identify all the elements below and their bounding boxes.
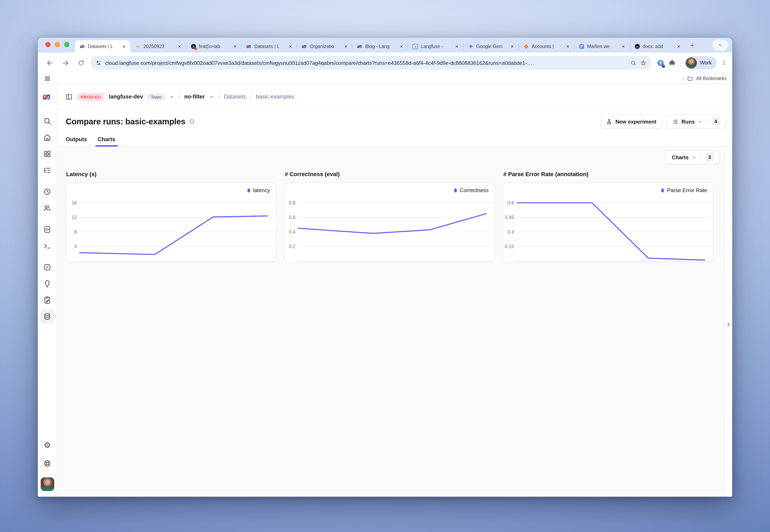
- tab-close-icon[interactable]: ✕: [676, 44, 682, 49]
- y-axis-tick-label: 4: [74, 244, 77, 249]
- reload-button[interactable]: [75, 57, 87, 69]
- page-title: Compare runs: basic-examples: [66, 117, 185, 126]
- sidebar-item-dashboard[interactable]: [40, 147, 54, 161]
- chart-block: # Correctness (eval)0.80.60.40.2Correctn…: [284, 171, 495, 262]
- app-sidebar-rail: ⚙: [38, 84, 57, 497]
- new-tab-button[interactable]: [687, 40, 697, 50]
- charts-selector-button[interactable]: Charts 3: [666, 150, 720, 164]
- sidebar-item-evaluation[interactable]: [40, 260, 54, 274]
- sidebar-bottom: ⚙: [40, 438, 54, 491]
- info-icon[interactable]: [189, 119, 195, 124]
- breadcrumb-datasets-link[interactable]: Datasets: [224, 94, 246, 100]
- environment-badge[interactable]: PROD-EU: [77, 93, 105, 101]
- password-manager-extension-icon[interactable]: [657, 59, 664, 67]
- back-button[interactable]: [44, 57, 56, 69]
- tab-search-button[interactable]: [713, 39, 728, 51]
- tab-close-icon[interactable]: ✕: [398, 44, 404, 49]
- collapse-rail[interactable]: [725, 147, 732, 497]
- tab-title: Datasets | L: [88, 44, 118, 49]
- bookmarks-divider: [683, 75, 684, 82]
- chart-card: 0.80.60.40.2Correctness: [284, 183, 495, 262]
- breadcrumb-org[interactable]: langfuse-dev: [109, 94, 143, 100]
- all-bookmarks-button[interactable]: All Bookmarks: [683, 75, 726, 82]
- sidebar-item-database[interactable]: [40, 310, 54, 323]
- url-bar[interactable]: cloud.langfuse.com/project/cmfwgv8fx002o…: [90, 56, 652, 70]
- browser-tab[interactable]: ∞20250923✕: [131, 40, 186, 53]
- tab-close-icon[interactable]: ✕: [565, 44, 571, 49]
- sidebar-item-search[interactable]: [40, 114, 54, 128]
- forward-button[interactable]: [59, 57, 71, 69]
- tab-close-icon[interactable]: ✕: [287, 44, 293, 49]
- browser-tab[interactable]: Organizatio✕: [297, 40, 352, 53]
- sidebar-item-lightbulb[interactable]: [40, 277, 54, 291]
- legend-dot-icon: [661, 188, 664, 192]
- flask-icon: [606, 118, 612, 125]
- y-axis-tick-label: 12: [71, 215, 77, 220]
- langfuse-logo-icon[interactable]: [42, 93, 52, 101]
- tab-close-icon[interactable]: ✕: [620, 44, 626, 49]
- browser-tab[interactable]: Google Gem✕: [463, 40, 518, 53]
- apps-grid-icon[interactable]: [44, 75, 50, 81]
- tab-close-icon[interactable]: ✕: [454, 44, 460, 49]
- chevron-down-icon[interactable]: [169, 94, 174, 99]
- browser-window: Datasets | L✕∞20250923✕feat(io-tab✕Datas…: [38, 38, 732, 497]
- sidebar-item-users[interactable]: [40, 201, 54, 215]
- browser-tab[interactable]: Datasets | L✕: [75, 40, 130, 53]
- sidebar-item-support[interactable]: [40, 456, 54, 470]
- user-avatar[interactable]: [40, 477, 54, 491]
- browser-tab[interactable]: feat(io-tab✕: [186, 40, 241, 53]
- page-header: Compare runs: basic-examples New experim…: [57, 110, 732, 133]
- tab-charts[interactable]: Charts: [98, 136, 115, 146]
- chart-block: # Parse Error Rate (annotation)0.60.450.…: [503, 171, 713, 262]
- bookmark-star-icon[interactable]: [640, 60, 647, 66]
- chart-card: 0.60.450.30.15Parse Error Rate: [503, 183, 713, 262]
- browser-tab[interactable]: Accounts |✕: [519, 40, 574, 53]
- tab-title: Blog - Lang: [365, 44, 396, 49]
- breadcrumb-project[interactable]: no-filter: [184, 94, 205, 100]
- tab-close-icon[interactable]: ✕: [121, 44, 127, 49]
- tab-title: feat(io-tab: [199, 44, 230, 49]
- sidebar-item-settings[interactable]: ⚙: [40, 438, 54, 452]
- chart-legend: Correctness: [454, 187, 488, 193]
- sidebar-item-tracing[interactable]: [40, 163, 54, 177]
- browser-menu-kebab-icon[interactable]: [721, 60, 727, 66]
- tab-close-icon[interactable]: ✕: [343, 44, 349, 49]
- profile-avatar: [686, 57, 697, 68]
- url-text[interactable]: cloud.langfuse.com/project/cmfwgv8fx002o…: [105, 60, 627, 66]
- browser-tab[interactable]: Marlies we✕: [574, 40, 630, 53]
- sidebar-item-file-code[interactable]: [40, 222, 54, 236]
- sidebar-item-terminal[interactable]: [40, 239, 54, 253]
- line-chart: 0.80.60.40.2: [285, 183, 495, 262]
- bookmarks-bar: All Bookmarks: [38, 73, 732, 84]
- browser-profile-chip[interactable]: Work: [685, 56, 717, 69]
- runs-selector-button[interactable]: Runs 4: [666, 115, 726, 128]
- forward-arrow-icon: [61, 59, 69, 67]
- new-experiment-button[interactable]: New experiment: [600, 115, 662, 128]
- browser-tab[interactable]: 6Langfuse -✕: [408, 40, 463, 53]
- sidebar-item-playground[interactable]: [40, 293, 54, 307]
- chart-legend: Parse Error Rate: [661, 187, 707, 193]
- sidebar-item-home[interactable]: [40, 131, 54, 144]
- site-settings-icon[interactable]: [95, 60, 101, 66]
- browser-tab[interactable]: Blog - Lang✕: [353, 40, 408, 53]
- y-axis-tick-label: 0.45: [505, 215, 514, 220]
- chevron-down-icon[interactable]: [209, 94, 214, 99]
- tab-close-icon[interactable]: ✕: [176, 44, 182, 49]
- tab-close-icon[interactable]: ✕: [509, 44, 515, 49]
- tab-close-icon[interactable]: ✕: [232, 44, 238, 49]
- runs-label: Runs: [682, 118, 695, 125]
- langfuse-favicon-icon: [357, 43, 363, 49]
- breadcrumb-separator: /: [218, 93, 220, 100]
- panel-toggle-icon[interactable]: [65, 93, 73, 100]
- y-axis-tick-label: 8: [74, 229, 77, 235]
- extensions-puzzle-icon[interactable]: [669, 59, 676, 67]
- browser-tab[interactable]: Datasets | L✕: [242, 40, 297, 53]
- browser-tab[interactable]: docs: add✕: [630, 40, 685, 53]
- minimize-window-button[interactable]: [55, 42, 60, 47]
- close-window-button[interactable]: [45, 42, 50, 47]
- sidebar-item-clock[interactable]: [40, 185, 54, 199]
- zoom-page-icon[interactable]: [630, 60, 637, 66]
- breadcrumb-dataset-name[interactable]: basic-examples: [256, 94, 294, 100]
- maximize-window-button[interactable]: [64, 42, 69, 47]
- tab-outputs[interactable]: Outputs: [66, 136, 87, 146]
